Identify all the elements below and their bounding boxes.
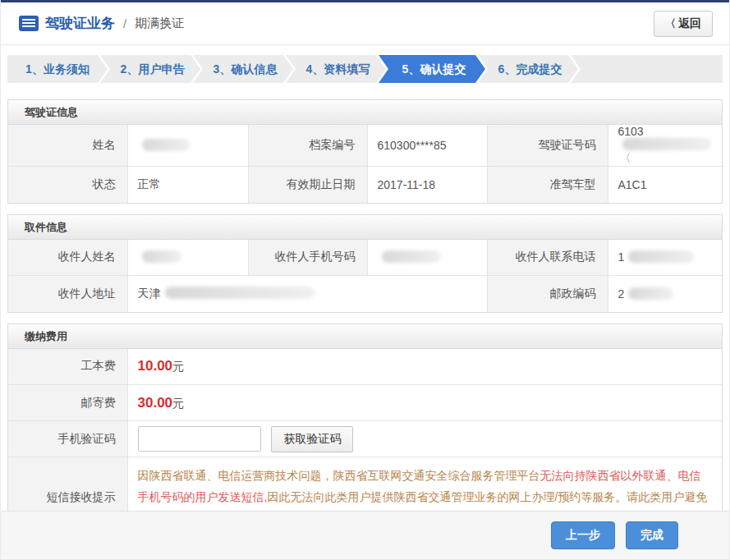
field-value-license-no: 6103〈: [608, 125, 722, 167]
step-item-6: 6、完成提交: [478, 55, 578, 83]
notice-segment: 因陕西省联通、电信运营商技术问题，陕西省互联网交通安全综合服务管理平台: [138, 469, 540, 482]
field-label-vehicle-class: 准驾车型: [487, 167, 608, 203]
postage-fee-unit: 元: [172, 397, 184, 410]
field-label-license-no: 驾驶证号码: [487, 125, 608, 167]
field-label-recipient-phone: 收件人联系电话: [487, 240, 608, 276]
redacted-value: [142, 250, 181, 263]
field-value-vehicle-class: A1C1: [608, 167, 722, 203]
field-value-recipient-address: 天津: [127, 276, 487, 312]
redacted-value: [628, 287, 673, 300]
table-row: 手机验证码 获取验证码: [8, 421, 722, 457]
field-label-file-no: 档案编号: [248, 125, 367, 167]
field-label-cost-fee: 工本费: [8, 349, 127, 385]
page-header: 驾驶证业务 / 期满换证 〈 返回: [1, 2, 729, 45]
finish-button[interactable]: 完成: [626, 521, 678, 549]
section-license-info: 驾驶证信息 姓名 档案编号 610300****85 驾驶证号码 6103〈 状…: [7, 99, 723, 204]
table-row: 收件人地址 天津 邮政编码 2: [8, 276, 722, 312]
step-item-5-active: 5、确认提交: [379, 55, 485, 83]
field-value-status: 正常: [127, 167, 248, 203]
footer-action-bar: 上一步 完成: [1, 511, 729, 559]
field-label-recipient-address: 收件人地址: [8, 276, 127, 312]
step-item-1: 1、业务须知: [7, 55, 108, 83]
section-fees: 缴纳费用 工本费 10.00元 邮寄费 30.00元 手机验证码 获取验证码 短…: [7, 324, 723, 539]
fees-table: 工本费 10.00元 邮寄费 30.00元 手机验证码 获取验证码 短信接收提示…: [8, 349, 722, 538]
field-value-recipient-phone: 1: [608, 240, 722, 276]
page: 驾驶证业务 / 期满换证 〈 返回 1、业务须知 2、用户申告 3、确认信息 4…: [0, 0, 730, 560]
cost-fee-unit: 元: [172, 360, 184, 373]
section-title-fees: 缴纳费用: [8, 324, 722, 349]
pickup-info-table: 收件人姓名 收件人手机号码 收件人联系电话 1 收件人地址 天津 邮政编码 2: [8, 240, 722, 312]
field-label-recipient-name: 收件人姓名: [8, 240, 127, 276]
form-list-icon: [19, 16, 39, 31]
table-row: 状态 正常 有效期止日期 2017-11-18 准驾车型 A1C1: [8, 167, 722, 203]
field-label-postage-fee: 邮寄费: [8, 385, 127, 421]
field-value-postal-code: 2: [608, 276, 722, 312]
field-value-valid-until: 2017-11-18: [367, 167, 487, 203]
section-pickup-info: 取件信息 收件人姓名 收件人手机号码 收件人联系电话 1 收件人地址 天津 邮政…: [7, 214, 723, 313]
redacted-value: [382, 250, 441, 263]
breadcrumb-current: 期满换证: [135, 16, 184, 31]
redacted-value: [165, 287, 314, 299]
field-label-postal-code: 邮政编码: [487, 276, 608, 312]
field-value-recipient-mobile: [367, 240, 487, 276]
field-label-sms-code: 手机验证码: [8, 421, 127, 457]
breadcrumb-divider: /: [123, 16, 126, 30]
breadcrumb: 驾驶证业务 / 期满换证: [19, 14, 184, 33]
redacted-value: [622, 138, 711, 150]
chevron-left-icon: 〈: [665, 16, 676, 31]
field-value-recipient-name: [127, 240, 248, 276]
section-title-pickup: 取件信息: [8, 215, 722, 240]
page-title: 驾驶证业务: [45, 14, 115, 33]
field-value-sms-code: 获取验证码: [127, 421, 722, 457]
previous-step-button[interactable]: 上一步: [551, 521, 615, 549]
redacted-value: [142, 139, 190, 151]
step-item-4: 4、资料填写: [286, 55, 386, 83]
field-label-name: 姓名: [8, 125, 127, 167]
table-row: 邮寄费 30.00元: [8, 385, 722, 421]
field-value-name: [127, 125, 248, 167]
back-button[interactable]: 〈 返回: [654, 11, 713, 37]
table-row: 姓名 档案编号 610300****85 驾驶证号码 6103〈: [8, 125, 722, 167]
license-info-table: 姓名 档案编号 610300****85 驾驶证号码 6103〈 状态 正常 有…: [8, 125, 722, 203]
table-row: 收件人姓名 收件人手机号码 收件人联系电话 1: [8, 240, 722, 276]
field-label-recipient-mobile: 收件人手机号码: [248, 240, 367, 276]
field-value-cost-fee: 10.00元: [127, 349, 722, 385]
field-label-status: 状态: [8, 167, 127, 203]
redacted-value: [628, 250, 694, 263]
step-progress-bar: 1、业务须知 2、用户申告 3、确认信息 4、资料填写 5、确认提交 6、完成提…: [7, 55, 723, 83]
field-value-file-no: 610300****85: [367, 125, 487, 167]
step-item-3: 3、确认信息: [193, 55, 293, 83]
step-bar-filler: [571, 55, 723, 83]
step-item-2: 2、用户申告: [100, 55, 200, 83]
table-row: 工本费 10.00元: [8, 349, 722, 385]
back-button-label: 返回: [678, 16, 701, 31]
field-value-postage-fee: 30.00元: [127, 385, 722, 421]
field-label-valid-until: 有效期止日期: [248, 167, 367, 203]
cost-fee-amount: 10.00: [138, 358, 173, 374]
sms-code-input[interactable]: [138, 426, 261, 452]
postage-fee-amount: 30.00: [138, 395, 173, 411]
section-title-license: 驾驶证信息: [8, 100, 722, 125]
get-sms-code-button[interactable]: 获取验证码: [271, 426, 353, 452]
redaction-artifact: 〈: [620, 151, 631, 164]
